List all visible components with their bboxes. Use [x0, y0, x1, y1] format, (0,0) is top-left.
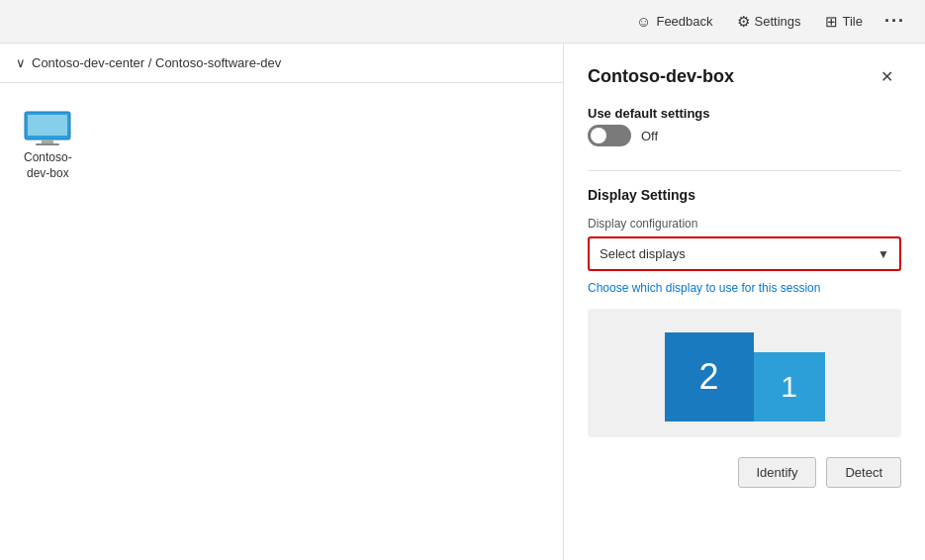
toggle-state-label: Off — [641, 129, 658, 143]
monitor-icon — [24, 111, 71, 146]
content-area: Contoso- dev-box — [0, 83, 563, 560]
svg-rect-1 — [28, 115, 67, 136]
feedback-label: Feedback — [656, 14, 712, 29]
tile-icon: ⊞ — [825, 13, 838, 31]
select-displays-input[interactable]: Select displays Display 1 Display 2 All … — [590, 238, 899, 269]
settings-label: Settings — [755, 14, 801, 29]
side-panel-title: Contoso-dev-box — [588, 66, 734, 87]
display-config-label: Display configuration — [588, 217, 901, 231]
select-displays-wrapper: Select displays Display 1 Display 2 All … — [588, 236, 901, 271]
monitor-1-label: 1 — [781, 370, 797, 404]
tile-label: Tile — [843, 14, 863, 29]
topbar: ☺ Feedback ⚙ Settings ⊞ Tile ··· — [0, 0, 925, 44]
settings-button[interactable]: ⚙ Settings — [727, 7, 811, 37]
monitor-1-block[interactable]: 1 — [754, 352, 825, 421]
display-settings-header: Display Settings — [588, 187, 901, 203]
devbox-item[interactable]: Contoso- dev-box — [16, 103, 80, 189]
helper-text[interactable]: Choose which display to use for this ses… — [588, 281, 901, 295]
divider — [588, 170, 901, 171]
toggle-row: Off — [588, 125, 901, 146]
toggle-track — [588, 125, 631, 146]
use-default-toggle[interactable] — [588, 125, 631, 146]
left-panel: ∨ Contoso-dev-center / Contoso-software-… — [0, 44, 564, 560]
main-area: ∨ Contoso-dev-center / Contoso-software-… — [0, 44, 925, 560]
identify-button[interactable]: Identify — [738, 457, 817, 488]
more-button[interactable]: ··· — [877, 5, 913, 38]
panel-body: Use default settings Off Display Setting… — [564, 106, 925, 512]
detect-label: Detect — [845, 465, 882, 480]
svg-rect-2 — [42, 140, 53, 143]
use-default-label: Use default settings — [588, 106, 710, 121]
use-default-row: Use default settings — [588, 106, 901, 121]
display-preview: 2 1 — [588, 309, 901, 437]
monitor-2-block[interactable]: 2 — [665, 332, 754, 421]
side-panel-header: Contoso-dev-box ✕ — [564, 44, 925, 106]
svg-rect-3 — [36, 143, 59, 145]
action-buttons: Identify Detect — [588, 457, 901, 488]
close-icon: ✕ — [880, 68, 893, 85]
monitor-2-label: 2 — [698, 356, 718, 398]
tile-button[interactable]: ⊞ Tile — [815, 7, 873, 37]
settings-icon: ⚙ — [737, 13, 750, 31]
identify-label: Identify — [757, 465, 798, 480]
devbox-label: Contoso- dev-box — [24, 150, 72, 181]
breadcrumb-path: Contoso-dev-center / Contoso-software-de… — [32, 55, 281, 70]
close-button[interactable]: ✕ — [873, 63, 901, 90]
more-label: ··· — [884, 11, 905, 32]
detect-button[interactable]: Detect — [826, 457, 901, 488]
feedback-icon: ☺ — [636, 13, 651, 30]
toggle-thumb — [591, 128, 606, 143]
breadcrumb: ∨ Contoso-dev-center / Contoso-software-… — [0, 44, 563, 83]
right-panel: Contoso-dev-box ✕ Use default settings O… — [564, 44, 925, 560]
feedback-button[interactable]: ☺ Feedback — [626, 7, 722, 36]
breadcrumb-toggle[interactable]: ∨ — [16, 55, 26, 70]
